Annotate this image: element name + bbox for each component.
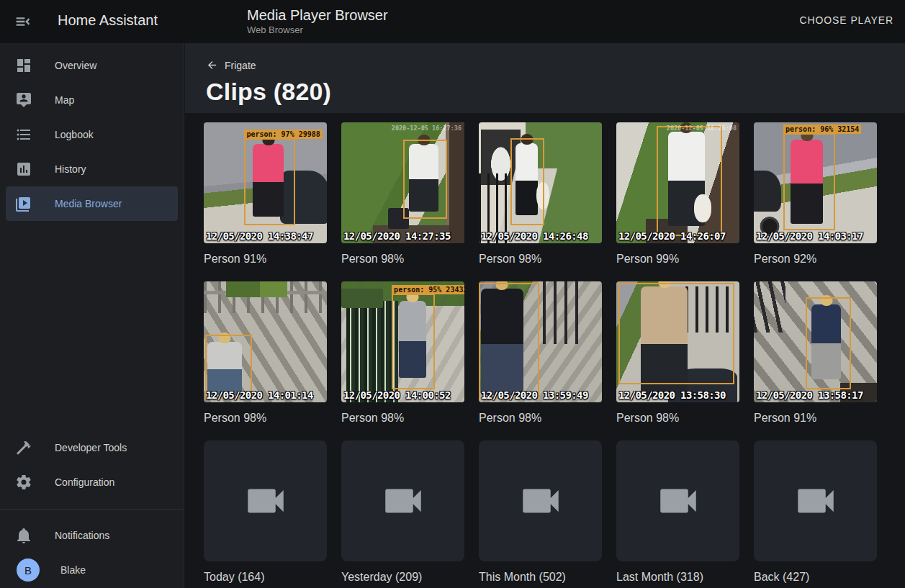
clip-thumbnail: person: 96% 32154 12/05/2020 14:03:17: [754, 122, 877, 243]
folder-thumbnail: [204, 440, 327, 561]
clip-thumbnail: 12/05/2020 14:01:14: [204, 281, 327, 402]
bell-icon: [15, 527, 32, 544]
clip-label: Person 98%: [341, 411, 464, 425]
folder-thumbnail: [616, 440, 739, 561]
clip-card[interactable]: person: 97% 29988 12/05/2020 14:38:47 Pe…: [204, 122, 327, 266]
breadcrumb[interactable]: Frigate: [206, 59, 256, 71]
clip-card[interactable]: 2020-12-05 16:27:36 12/05/2020 14:27:35 …: [341, 122, 464, 266]
folder-label: Last Month (318): [616, 570, 739, 584]
sidebar-item-map[interactable]: Map: [6, 83, 178, 117]
clip-timestamp: 12/05/2020 13:58:30: [618, 389, 726, 402]
clip-card[interactable]: 12/05/2020 14:26:48 Person 98%: [479, 122, 602, 266]
clip-label: Person 92%: [754, 252, 877, 266]
sidebar-item-notifications[interactable]: Notifications: [6, 518, 178, 553]
clip-label: Person 98%: [616, 411, 739, 425]
detection-bbox: person: 97% 29988: [244, 138, 294, 225]
folder-thumbnail: [479, 440, 602, 561]
choose-player-button[interactable]: CHOOSE PLAYER: [800, 14, 893, 26]
detection-bbox: person: 96% 32154: [783, 133, 835, 230]
clip-card[interactable]: 12/05/2020 13:59:49 Person 98%: [479, 281, 602, 425]
sidebar-item-label: Media Browser: [55, 198, 122, 209]
clip-timestamp: 12/05/2020 14:26:07: [618, 230, 726, 243]
sidebar-item-configuration[interactable]: Configuration: [6, 465, 178, 499]
clip-card[interactable]: 12/05/2020 13:58:17 Person 91%: [754, 281, 877, 425]
browser-subtitle: Web Browser: [247, 24, 388, 36]
video-camera-icon: [242, 477, 289, 525]
clip-label: Person 98%: [341, 252, 464, 266]
folder-card-back[interactable]: Back (427): [754, 440, 877, 584]
sidebar-item-media-browser[interactable]: Media Browser: [6, 186, 178, 221]
clip-thumbnail: 12/05/2020 14:26:48: [479, 122, 602, 243]
clip-thumbnail: 2020-12-05 16:26:08 12/05/2020 14:26:07: [616, 122, 739, 243]
page-title: Clips (820): [206, 78, 905, 106]
folder-card-this-month[interactable]: This Month (502): [479, 440, 602, 584]
avatar: B: [17, 558, 40, 582]
folder-thumbnail: [754, 440, 877, 561]
sidebar-toggle-icon[interactable]: [13, 12, 33, 32]
tooltip-account-icon: [15, 91, 32, 109]
detection-bbox: [657, 126, 722, 236]
sidebar-divider: [0, 509, 184, 510]
detection-box-label: person: 97% 29988: [244, 130, 322, 139]
clip-card[interactable]: 12/05/2020 13:58:30 Person 98%: [616, 281, 739, 425]
clip-thumbnail: 12/05/2020 13:58:30: [616, 281, 739, 402]
folder-card-yesterday[interactable]: Yesterday (209): [341, 440, 464, 584]
app-title: Home Assistant: [58, 12, 158, 29]
clip-thumbnail: 2020-12-05 16:27:36 12/05/2020 14:27:35: [341, 122, 464, 243]
sidebar-item-label: History: [55, 163, 86, 175]
sidebar-item-logbook[interactable]: Logbook: [6, 117, 178, 152]
detection-bbox: person: 95% 23432: [392, 294, 435, 389]
sidebar-item-label: Notifications: [55, 530, 109, 541]
user-name: Blake: [60, 564, 86, 576]
clip-timestamp: 12/05/2020 14:03:17: [756, 230, 863, 243]
clip-thumbnail: 12/05/2020 13:59:49: [479, 281, 602, 402]
detection-bbox: [479, 283, 539, 399]
hammer-icon: [15, 439, 32, 456]
clip-timestamp: 12/05/2020 14:00:52: [343, 389, 451, 402]
folder-card-last-month[interactable]: Last Month (318): [616, 440, 739, 584]
sidebar-item-profile[interactable]: B Blake: [6, 553, 178, 587]
clip-timestamp: 12/05/2020 13:58:17: [756, 389, 863, 402]
clip-thumbnail: person: 95% 23432 12/05/2020 14:00:52: [341, 281, 464, 402]
detection-bbox: [510, 138, 544, 225]
camera-osd-timestamp: 2020-12-05 16:27:36: [392, 125, 461, 132]
detection-bbox: [403, 140, 448, 220]
sidebar-item-label: Configuration: [55, 476, 114, 488]
folder-thumbnail: [341, 440, 464, 561]
folder-label: Yesterday (209): [341, 570, 464, 584]
arrow-left-icon: [206, 59, 218, 71]
detection-box-label: person: 95% 23432: [392, 285, 464, 294]
sidebar-item-overview[interactable]: Overview: [6, 48, 178, 83]
video-camera-icon: [379, 477, 427, 525]
folder-label: This Month (502): [479, 570, 602, 584]
clip-timestamp: 12/05/2020 13:59:49: [481, 389, 588, 402]
page-header-block: Media Player Browser Web Browser: [247, 6, 388, 36]
sidebar-item-developer-tools[interactable]: Developer Tools: [6, 430, 178, 465]
video-camera-icon: [654, 477, 702, 525]
video-camera-icon: [517, 477, 564, 525]
clip-label: Person 91%: [204, 252, 327, 266]
folder-label: Back (427): [754, 570, 877, 584]
clip-card[interactable]: 12/05/2020 14:01:14 Person 98%: [204, 281, 327, 425]
clip-card[interactable]: 2020-12-05 16:26:08 12/05/2020 14:26:07 …: [616, 122, 739, 266]
clip-timestamp: 12/05/2020 14:26:48: [481, 230, 588, 243]
clip-label: Person 98%: [479, 411, 602, 425]
clip-label: Person 99%: [616, 252, 739, 266]
gear-icon: [15, 474, 32, 491]
detection-bbox: [806, 297, 851, 389]
clips-grid: person: 97% 29988 12/05/2020 14:38:47 Pe…: [185, 113, 905, 584]
detection-bbox: [618, 283, 734, 384]
folder-card-today[interactable]: Today (164): [204, 440, 327, 584]
view-dashboard-icon: [15, 57, 32, 74]
sidebar: Overview Map Logbook History Media Brows…: [0, 43, 184, 588]
clip-card[interactable]: person: 96% 32154 12/05/2020 14:03:17 Pe…: [754, 122, 877, 266]
play-box-multiple-icon: [15, 195, 32, 212]
folder-label: Today (164): [204, 570, 327, 584]
sidebar-item-history[interactable]: History: [6, 152, 178, 186]
video-camera-icon: [792, 477, 839, 525]
clip-thumbnail: person: 97% 29988 12/05/2020 14:38:47: [204, 122, 327, 243]
media-browser-content: Frigate Clips (820) person: 97% 29988 12…: [185, 43, 905, 588]
format-list-bulleted-icon: [15, 126, 32, 143]
content-header: Frigate Clips (820): [185, 43, 905, 113]
clip-card[interactable]: person: 95% 23432 12/05/2020 14:00:52 Pe…: [341, 281, 464, 425]
